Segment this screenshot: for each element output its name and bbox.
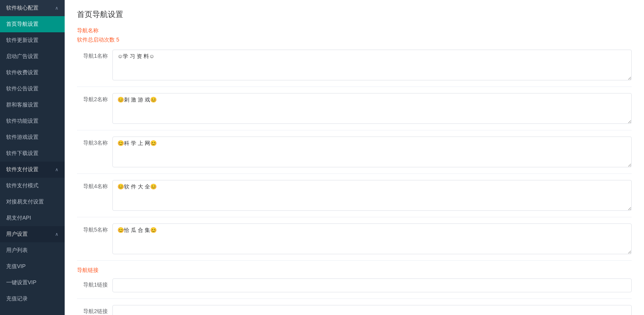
nav-name-row-5: 导航5名称: [77, 223, 632, 261]
nav-link-input-2[interactable]: [112, 305, 632, 315]
nav-link-row-1: 导航1链接: [77, 278, 632, 299]
sidebar-group-用户设置[interactable]: 用户设置∧: [0, 226, 65, 242]
nav-link-label-2: 导航2链接: [77, 305, 108, 315]
nav-name-label-3: 导航3名称: [77, 137, 108, 147]
nav-name-label-1: 导航1名称: [77, 50, 108, 60]
sidebar-item-recharge-log[interactable]: 充值记录: [0, 291, 65, 307]
nav-link-row-2: 导航2链接: [77, 305, 632, 315]
nav-name-input-4[interactable]: [112, 180, 632, 211]
sidebar-item-onekey-vip[interactable]: 一键设置VIP: [0, 275, 65, 291]
nav-name-input-3[interactable]: [112, 137, 632, 167]
sidebar-item-pay-mode[interactable]: 软件支付模式: [0, 178, 65, 194]
nav-name-row-4: 导航4名称: [77, 180, 632, 217]
nav-name-row-2: 导航2名称: [77, 93, 632, 130]
nav-name-label-4: 导航4名称: [77, 180, 108, 190]
sidebar-item-fee-settings[interactable]: 软件收费设置: [0, 65, 65, 81]
startup-count-label: 软件总启动次数 5: [77, 37, 632, 43]
sidebar-item-func-settings[interactable]: 软件功能设置: [0, 113, 65, 129]
sidebar-item-notice-settings[interactable]: 软件公告设置: [0, 81, 65, 97]
sidebar-item-home-nav[interactable]: 首页导航设置: [0, 16, 65, 32]
sidebar-item-cs-settings[interactable]: 群和客服设置: [0, 97, 65, 113]
sidebar-group-软件核心配置[interactable]: 软件核心配置∧: [0, 0, 65, 16]
sidebar-item-game-settings[interactable]: 软件游戏设置: [0, 129, 65, 145]
main-content: 首页导航设置 导航名称 软件总启动次数 5 导航1名称导航2名称导航3名称导航4…: [65, 0, 644, 315]
nav-name-input-5[interactable]: [112, 223, 632, 254]
sidebar-item-download-settings[interactable]: 软件下载设置: [0, 145, 65, 162]
nav-name-label-2: 导航2名称: [77, 93, 108, 103]
sidebar-item-recharge-vip[interactable]: 充值VIP: [0, 258, 65, 275]
nav-name-input-2[interactable]: [112, 93, 632, 124]
nav-name-row-3: 导航3名称: [77, 137, 632, 174]
sidebar-item-launch-ad[interactable]: 启动广告设置: [0, 48, 65, 65]
page-title: 首页导航设置: [77, 9, 632, 20]
nav-name-input-1[interactable]: [112, 50, 632, 80]
sidebar-group-软件支付设置[interactable]: 软件支付设置∧: [0, 162, 65, 178]
sidebar-item-yifupay-api[interactable]: 易支付API: [0, 210, 65, 226]
nav-link-section-label: 导航链接: [77, 267, 632, 274]
nav-name-label-5: 导航5名称: [77, 223, 108, 233]
nav-link-label-1: 导航1链接: [77, 278, 108, 288]
sidebar-item-user-list[interactable]: 用户列表: [0, 242, 65, 258]
sidebar-item-update-settings[interactable]: 软件更新设置: [0, 32, 65, 48]
nav-link-input-1[interactable]: [112, 278, 632, 292]
nav-name-section-label: 导航名称: [77, 27, 632, 34]
sidebar: 软件核心配置∧首页导航设置软件更新设置启动广告设置软件收费设置软件公告设置群和客…: [0, 0, 65, 315]
nav-name-row-1: 导航1名称: [77, 50, 632, 87]
sidebar-item-yifupay[interactable]: 对接易支付设置: [0, 194, 65, 210]
